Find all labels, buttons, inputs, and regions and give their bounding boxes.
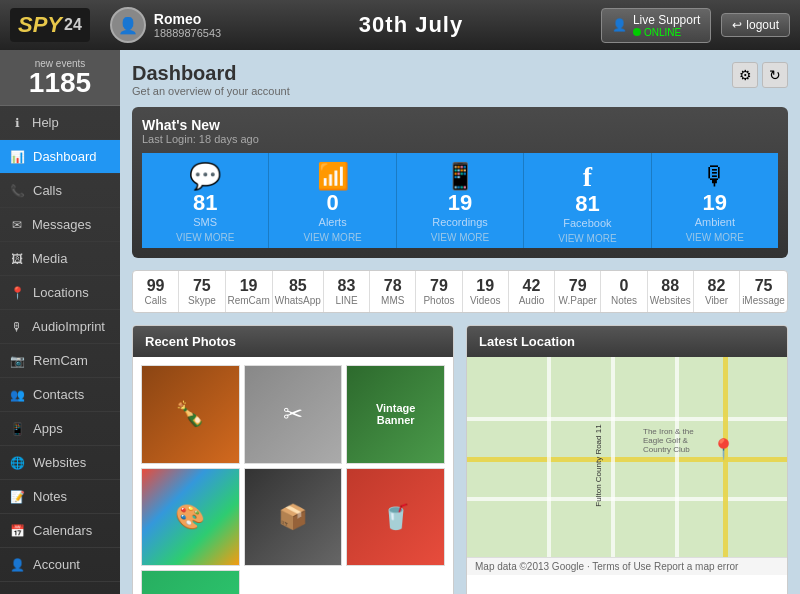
- stat-icon: 🎙: [702, 161, 728, 192]
- stat-item-facebook[interactable]: f 81 Facebook VIEW MORE: [524, 153, 651, 248]
- sec-stat-label: Audio: [511, 295, 552, 306]
- sec-stat-label: MMS: [372, 295, 413, 306]
- sidebar-item-notes[interactable]: 📝Notes: [0, 480, 120, 514]
- date-display: 30th July: [231, 12, 591, 38]
- view-more-link[interactable]: VIEW MORE: [558, 233, 616, 244]
- avatar-icon: 👤: [118, 16, 138, 35]
- secondary-stat-skype[interactable]: 75Skype: [179, 271, 225, 312]
- sec-stat-label: LINE: [326, 295, 367, 306]
- map-area[interactable]: The Iron & theEagle Golf &Country Club F…: [467, 357, 787, 557]
- secondary-stat-audio[interactable]: 42Audio: [509, 271, 555, 312]
- view-more-link[interactable]: VIEW MORE: [686, 232, 744, 243]
- stat-number: 19: [448, 192, 472, 214]
- sidebar-icon: 🌐: [10, 456, 25, 470]
- photo-thumb[interactable]: ✂: [244, 365, 343, 464]
- photo-thumb[interactable]: 🎨: [141, 468, 240, 567]
- sec-stat-number: 0: [603, 277, 644, 295]
- sidebar-label: Messages: [32, 217, 91, 232]
- stat-label: Alerts: [319, 216, 347, 228]
- sidebar-item-calls[interactable]: 📞Calls: [0, 174, 120, 208]
- sidebar-item-contacts[interactable]: 👥Contacts: [0, 378, 120, 412]
- stat-label: Ambient: [695, 216, 735, 228]
- sec-stat-number: 19: [228, 277, 270, 295]
- sidebar-item-account[interactable]: 👤Account: [0, 548, 120, 582]
- online-status: ONLINE: [644, 27, 681, 38]
- sidebar-icon: 📍: [10, 286, 25, 300]
- sec-stat-label: Viber: [696, 295, 737, 306]
- secondary-stat-videos[interactable]: 19Videos: [463, 271, 509, 312]
- stat-item-recordings[interactable]: 📱 19 Recordings VIEW MORE: [397, 153, 524, 248]
- logo-number: 24: [64, 16, 82, 34]
- sec-stat-label: Calls: [135, 295, 176, 306]
- photo-thumb[interactable]: 🍾: [141, 365, 240, 464]
- stat-icon: 📱: [444, 161, 476, 192]
- secondary-stat-websites[interactable]: 88Websites: [648, 271, 694, 312]
- sidebar-label: Locations: [33, 285, 89, 300]
- sidebar-icon: 📷: [10, 354, 25, 368]
- live-support-button[interactable]: 👤 Live Support ONLINE: [601, 8, 711, 43]
- photo-thumb[interactable]: 🥤: [346, 468, 445, 567]
- stat-number: 0: [326, 192, 338, 214]
- sidebar-item-help[interactable]: ℹHelp: [0, 106, 120, 140]
- sec-stat-number: 99: [135, 277, 176, 295]
- secondary-stat-calls[interactable]: 99Calls: [133, 271, 179, 312]
- sidebar-item-control-center[interactable]: ⚙Control Center: [0, 582, 120, 594]
- photo-thumb[interactable]: VintageBanner: [346, 365, 445, 464]
- secondary-stat-notes[interactable]: 0Notes: [601, 271, 647, 312]
- whats-new-panel: What's New Last Login: 18 days ago 💬 81 …: [132, 107, 788, 258]
- sidebar-label: Apps: [33, 421, 63, 436]
- sidebar-item-remcam[interactable]: 📷RemCam: [0, 344, 120, 378]
- secondary-stat-photos[interactable]: 79Photos: [416, 271, 462, 312]
- map-label: The Iron & theEagle Golf &Country Club: [643, 427, 694, 454]
- stat-item-alerts[interactable]: 📶 0 Alerts VIEW MORE: [269, 153, 396, 248]
- sec-stat-number: 79: [557, 277, 598, 295]
- sidebar-item-locations[interactable]: 📍Locations: [0, 276, 120, 310]
- stat-item-ambient[interactable]: 🎙 19 Ambient VIEW MORE: [652, 153, 778, 248]
- sidebar-item-websites[interactable]: 🌐Websites: [0, 446, 120, 480]
- events-count: 1185: [4, 69, 116, 97]
- secondary-stat-w.paper[interactable]: 79W.Paper: [555, 271, 601, 312]
- logout-icon: ↩: [732, 18, 742, 32]
- stat-label: Facebook: [563, 217, 611, 229]
- view-more-link[interactable]: VIEW MORE: [303, 232, 361, 243]
- sidebar-item-calendars[interactable]: 📅Calendars: [0, 514, 120, 548]
- sec-stat-number: 83: [326, 277, 367, 295]
- sidebar-icon: 📞: [10, 184, 25, 198]
- view-more-link[interactable]: VIEW MORE: [176, 232, 234, 243]
- sidebar-label: Calls: [33, 183, 62, 198]
- secondary-stat-remcam[interactable]: 19RemCam: [226, 271, 273, 312]
- sidebar-item-apps[interactable]: 📱Apps: [0, 412, 120, 446]
- topbar: SPY 24 👤 Romeo 18889876543 30th July 👤 L…: [0, 0, 800, 50]
- support-icon: 👤: [612, 18, 627, 32]
- sidebar-item-messages[interactable]: ✉Messages: [0, 208, 120, 242]
- sec-stat-label: RemCam: [228, 295, 270, 306]
- view-more-link[interactable]: VIEW MORE: [431, 232, 489, 243]
- secondary-stat-mms[interactable]: 78MMS: [370, 271, 416, 312]
- sidebar-icon: ✉: [10, 218, 24, 232]
- sec-stat-number: 19: [465, 277, 506, 295]
- photo-thumb[interactable]: 📦: [244, 468, 343, 567]
- photo-thumb[interactable]: 🌿: [141, 570, 240, 594]
- logout-button[interactable]: ↩ logout: [721, 13, 790, 37]
- sec-stat-label: Videos: [465, 295, 506, 306]
- secondary-stat-imessage[interactable]: 75iMessage: [740, 271, 787, 312]
- sidebar-item-dashboard[interactable]: 📊Dashboard: [0, 140, 120, 174]
- secondary-stats-row: 99Calls75Skype19RemCam85WhatsApp83LINE78…: [132, 270, 788, 313]
- sidebar: new events 1185 ℹHelp📊Dashboard📞Calls✉Me…: [0, 50, 120, 594]
- sidebar-item-media[interactable]: 🖼Media: [0, 242, 120, 276]
- secondary-stat-line[interactable]: 83LINE: [324, 271, 370, 312]
- sidebar-label: Media: [32, 251, 67, 266]
- secondary-stat-whatsapp[interactable]: 85WhatsApp: [273, 271, 324, 312]
- sidebar-icon: 🎙: [10, 320, 24, 334]
- stat-item-sms[interactable]: 💬 81 SMS VIEW MORE: [142, 153, 269, 248]
- sidebar-item-audioimprint[interactable]: 🎙AudioImprint: [0, 310, 120, 344]
- stat-label: SMS: [193, 216, 217, 228]
- sec-stat-label: Notes: [603, 295, 644, 306]
- settings-button[interactable]: ⚙: [732, 62, 758, 88]
- sidebar-items: ℹHelp📊Dashboard📞Calls✉Messages🖼Media📍Loc…: [0, 106, 120, 594]
- user-section: 👤 Romeo 18889876543: [110, 7, 221, 43]
- secondary-stat-viber[interactable]: 82Viber: [694, 271, 740, 312]
- stats-row: 💬 81 SMS VIEW MORE 📶 0 Alerts VIEW MORE …: [142, 153, 778, 248]
- refresh-button[interactable]: ↻: [762, 62, 788, 88]
- content-area: Dashboard Get an overview of your accoun…: [120, 50, 800, 594]
